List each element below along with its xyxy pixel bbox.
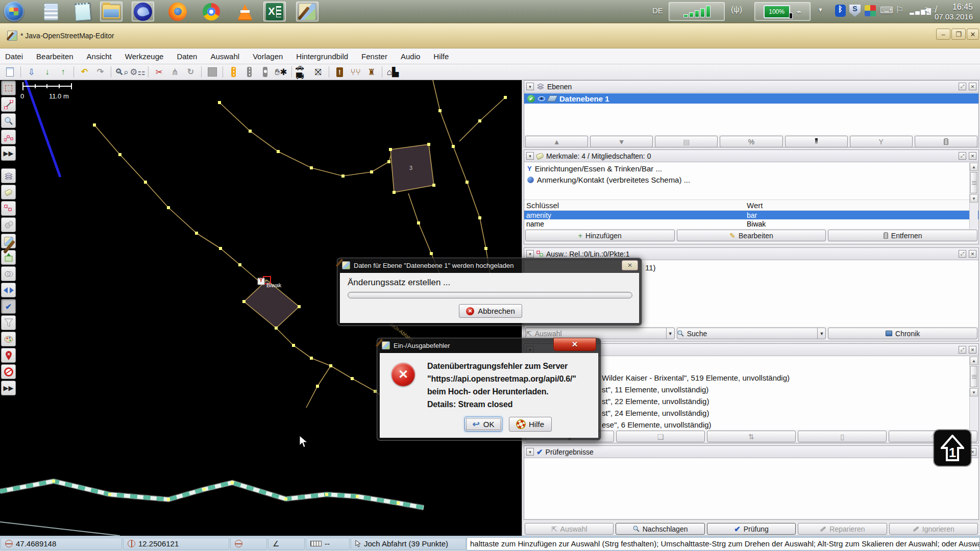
notepad-icon[interactable] [71,2,94,21]
network-signal-tray[interactable] [669,2,725,21]
remove-tag-button[interactable]: Entfernen [828,230,977,241]
dropdown-arrow-icon[interactable]: ▼ [817,328,825,339]
menu-auswahl[interactable]: Auswahl [210,52,239,61]
validator-fix-button[interactable]: Reparieren [798,523,887,535]
action-center-flag-icon[interactable]: ⚐ [895,5,903,16]
validator-lookup-button[interactable]: Nachschlagen [616,523,704,535]
menu-audio[interactable]: Audio [401,52,420,61]
conflict-dialog-button[interactable] [1,283,16,297]
car-button[interactable]: 🚗︎⛟ [296,65,309,79]
validator-test-button[interactable]: ✔Prüfung [707,523,796,535]
bus-button[interactable]: ⛝ [311,65,325,79]
road-style-button[interactable] [242,65,256,79]
upload-button[interactable]: ↑ [56,65,70,79]
menu-fenster[interactable]: Fenster [361,52,387,61]
menu-hintergrundbild[interactable]: Hintergrundbild [296,52,348,61]
tag-row-name[interactable]: nameBiwak [524,219,978,228]
layer-visibility-eye-icon[interactable] [538,96,545,101]
scroll-up-arrow[interactable]: ▲ [970,357,978,365]
collapse-icon[interactable]: ▾ [526,152,534,160]
preferences-button[interactable]: ⚙︎⚏ [131,65,144,79]
seamonkey-icon[interactable] [132,2,154,21]
window-titlebar[interactable]: * Java-OpenStreetMap-Editor – ❐ ✕ [0,23,980,48]
layer-move-down-button[interactable]: ▼ [590,136,653,147]
menu-werkzeuge[interactable]: Werkzeuge [125,52,164,61]
undock-icon[interactable]: ⤢ [959,250,966,258]
undo-button[interactable]: ↶ [78,65,91,79]
layer-opacity-button[interactable]: % [720,136,782,147]
tray-clock[interactable]: 16:45 07.03.2016 [935,2,973,21]
scroll-thumb[interactable] [970,366,977,387]
preset-bar-row[interactable]: Y Einrichtungen/Essen & Trinken/Bar ... [524,163,978,174]
chrome-icon[interactable] [200,2,223,21]
collapse-icon[interactable]: ▾ [526,250,534,258]
layer-merge-button[interactable]: ▤ [655,136,718,147]
delete-marker-button[interactable]: ✕ [1,348,16,363]
imagery-tile-button[interactable] [205,65,219,79]
layer-delete-button[interactable] [915,136,977,147]
no-entry-button[interactable] [1,364,16,379]
power-adapter-icon[interactable]: ⌨ [880,5,893,16]
dropdown-arrow-icon[interactable]: ▼ [666,328,674,339]
filter-dialog-button[interactable] [1,315,16,330]
wifi-antenna-icon[interactable]: (ψ) [731,5,742,14]
color-squares-icon[interactable] [865,5,876,16]
validator-dialog-button[interactable]: ✔ [1,299,16,314]
shield-s-icon[interactable]: S [849,5,861,17]
menu-vorlagen[interactable]: Vorlagen [253,52,283,61]
history-button[interactable]: Chronik [828,328,977,339]
validator-ignore-button[interactable]: Ignorieren [889,523,978,535]
selection-dialog-button[interactable] [1,201,16,216]
menu-daten[interactable]: Daten [177,52,197,61]
layers-list[interactable]: ✔ Datenebene 1 [524,93,978,135]
upload-dialog-titlebar[interactable]: Daten für Ebene "Datenebene 1" werden ho… [337,258,642,273]
scroll-thumb[interactable] [970,172,977,193]
undock-icon[interactable]: ⤢ [959,83,966,90]
more-dialogs-button[interactable]: ▶▶ [1,381,16,395]
relations-dialog-button[interactable] [1,266,16,281]
minimize-button[interactable]: – [936,29,950,40]
upload-cancel-button[interactable]: ✕ Abbrechen [459,304,522,318]
upload-dialog-close-button[interactable]: ✕ [622,260,638,270]
layer-lasso-button[interactable]: Y [850,136,913,147]
scroll-down-arrow[interactable]: ▼ [970,194,978,203]
more-tools-button[interactable]: ▶▶ [1,146,16,161]
error-help-button[interactable]: Hilfe [509,417,552,432]
save-button[interactable]: ⇩ [24,65,38,79]
map-styles-button[interactable] [1,332,16,346]
menu-datei[interactable]: Datei [5,52,23,61]
refresh-button[interactable]: ↻ [184,65,198,79]
panel-close-icon[interactable]: ✕ [969,152,976,160]
panel-close-icon[interactable]: ✕ [969,346,976,354]
placeholder-dialog-button[interactable] [1,217,16,232]
draw-node-tool-button[interactable] [1,97,16,112]
relations-scrollbar[interactable]: ▲ ▼ [969,357,978,430]
hazard-button[interactable]: ! [333,65,347,79]
menu-bearbeiten[interactable]: Bearbeiten [36,52,74,61]
improve-accuracy-tool-button[interactable] [1,130,16,144]
restore-button[interactable]: ❐ [951,29,966,40]
keyboard-layout-indicator[interactable]: DE [652,6,663,15]
validator-selection-button[interactable]: ⇱Auswahl [525,523,614,535]
new-layer-button[interactable] [3,65,17,79]
layers-dialog-button[interactable] [1,168,16,183]
validator-results-list[interactable] [524,458,978,518]
panel-close-icon[interactable]: ✕ [969,83,976,90]
layer-active-check-icon[interactable]: ✔ [527,95,535,103]
select-tool-button[interactable] [1,81,16,95]
menu-hilfe[interactable]: Hilfe [433,52,449,61]
bluetooth-icon[interactable]: ᛒ [835,5,846,17]
file-manager-icon[interactable] [100,2,122,21]
selection-item-fragment[interactable]: 11) [645,263,656,272]
add-tag-button[interactable]: +Hinzufügen [525,230,675,241]
relation-tool-button-2[interactable]: ❑ [616,431,705,442]
castle-button[interactable]: ♜ [364,65,378,79]
battery-tray[interactable]: 100% ⌁ [754,2,811,21]
redo-button[interactable]: ↷ [93,65,107,79]
validator-panel-header[interactable]: ▾ ✔ Prüfergebnisse ⤢ ✕ [524,446,978,458]
tag-row-amenity[interactable]: amenitybar [524,211,978,219]
relation-tool-button-3[interactable]: ⇅ [707,431,796,442]
calculator-icon[interactable] [40,2,62,21]
junction-style-button[interactable] [258,65,272,79]
factory-button[interactable]: ⌂▙ [386,65,400,79]
